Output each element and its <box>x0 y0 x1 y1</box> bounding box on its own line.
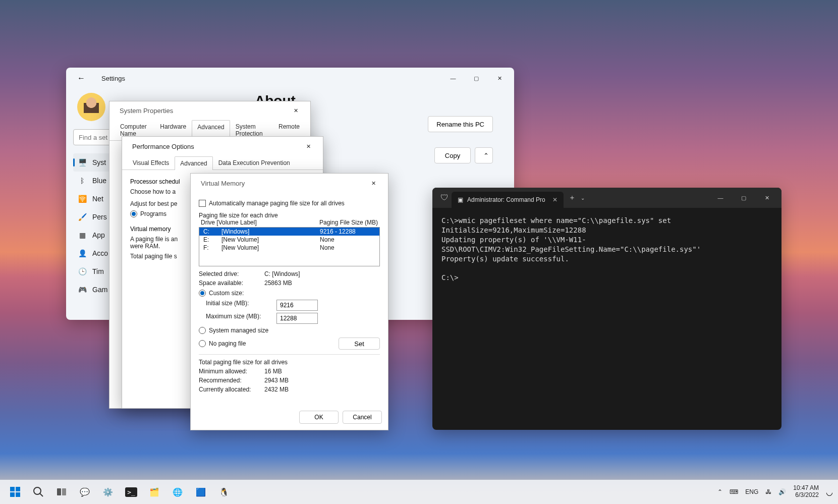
shield-icon: 🛡 <box>440 193 449 202</box>
minimize-button[interactable]: — <box>709 190 732 206</box>
tab-dropdown-icon[interactable]: ⌄ <box>581 195 585 201</box>
system-managed-label: System managed size <box>209 327 268 334</box>
svg-rect-7 <box>62 488 66 495</box>
nav-icon: 👤 <box>78 249 86 257</box>
tab-close-icon[interactable]: ✕ <box>552 196 557 203</box>
drive-row[interactable]: E:[New Volume]None <box>199 236 379 244</box>
explorer-icon[interactable]: 🗂️ <box>144 482 164 502</box>
edge-icon[interactable]: 🌐 <box>167 482 188 502</box>
rec-label: Recommended: <box>199 377 264 384</box>
custom-size-label: Custom size: <box>209 290 244 297</box>
tray-chevron-icon[interactable]: ⌃ <box>717 488 722 495</box>
svg-line-5 <box>40 493 43 496</box>
space-value: 25863 MB <box>264 279 292 287</box>
terminal-output[interactable]: C:\>wmic pagefileset where name="C:\\pag… <box>432 208 781 291</box>
drive-row[interactable]: F:[New Volume]None <box>199 244 379 252</box>
svg-point-4 <box>34 487 41 494</box>
minimize-button[interactable]: — <box>441 70 465 86</box>
app-icon[interactable]: 🟦 <box>191 482 211 502</box>
sysprops-title: System Properties <box>113 107 284 115</box>
chat-icon[interactable]: 💬 <box>75 482 95 502</box>
task-view-button[interactable] <box>51 482 72 502</box>
cur-label: Currently allocated: <box>199 386 264 393</box>
tab[interactable]: Data Execution Prevention <box>213 156 296 170</box>
selected-drive-label: Selected drive: <box>199 270 264 277</box>
close-button[interactable]: ✕ <box>297 138 320 154</box>
col-drive: Drive [Volume Label] <box>201 219 257 226</box>
drives-list[interactable]: C:[Windows]9216 - 12288E:[New Volume]Non… <box>199 227 380 266</box>
no-paging-radio[interactable] <box>199 340 206 347</box>
terminal-tab[interactable]: ▣ Administrator: Command Pro ✕ <box>452 192 564 208</box>
ok-button[interactable]: OK <box>299 411 339 424</box>
checkbox-icon <box>199 200 206 207</box>
max-size-input[interactable] <box>276 313 318 324</box>
svg-rect-1 <box>16 487 20 491</box>
close-button[interactable]: ✕ <box>362 175 385 191</box>
programs-radio[interactable] <box>130 210 137 217</box>
programs-label: Programs <box>140 210 166 217</box>
nav-label: App <box>92 231 105 239</box>
search-button[interactable] <box>28 482 48 502</box>
paging-section-label: Paging file size for each drive <box>199 212 380 219</box>
network-icon[interactable]: 🖧 <box>765 488 771 495</box>
maximize-button[interactable]: ▢ <box>465 70 488 86</box>
clock-date: 6/3/2022 <box>793 492 819 499</box>
set-button[interactable]: Set <box>339 338 380 350</box>
maximize-button[interactable]: ▢ <box>732 190 755 206</box>
system-tray: ⌃ ⌨ ENG 🖧 🔊 10:47 AM 6/3/2022 ◡ <box>717 485 833 499</box>
new-tab-button[interactable]: ＋ <box>569 193 576 202</box>
svg-rect-2 <box>10 492 15 497</box>
drive-row[interactable]: C:[Windows]9216 - 12288 <box>199 228 379 236</box>
close-button[interactable]: ✕ <box>284 102 307 119</box>
nav-icon: ᛒ <box>78 177 86 185</box>
nav-label: Syst <box>92 158 106 166</box>
volume-icon[interactable]: 🔊 <box>778 488 786 495</box>
svg-rect-3 <box>16 492 20 497</box>
nav-label: Gam <box>92 286 107 294</box>
app-icon-2[interactable]: 🐧 <box>214 482 234 502</box>
tab[interactable]: Visual Effects <box>127 156 175 170</box>
no-paging-label: No paging file <box>209 340 246 347</box>
cancel-button[interactable]: Cancel <box>343 411 382 424</box>
selected-drive-value: C: [Windows] <box>264 270 300 277</box>
system-managed-radio[interactable] <box>199 327 206 334</box>
perfopts-title: Performance Options <box>125 143 297 150</box>
settings-icon[interactable]: ⚙️ <box>98 482 118 502</box>
copy-button[interactable]: Copy <box>434 147 471 163</box>
custom-size-radio[interactable] <box>199 290 206 297</box>
max-size-label: Maximum size (MB): <box>206 313 271 324</box>
nav-icon: 🖌️ <box>78 213 86 221</box>
back-icon[interactable]: ← <box>77 74 85 83</box>
rec-value: 2943 MB <box>264 377 289 384</box>
keyboard-icon[interactable]: ⌨ <box>730 488 738 495</box>
taskbar: 💬 ⚙️ >_ 🗂️ 🌐 🟦 🐧 ⌃ ⌨ ENG 🖧 🔊 10:47 AM 6/… <box>0 480 838 504</box>
min-label: Minimum allowed: <box>199 368 264 375</box>
avatar[interactable] <box>77 93 105 121</box>
initial-size-input[interactable] <box>276 300 318 311</box>
language-indicator[interactable]: ENG <box>745 488 758 495</box>
nav-icon: 🕒 <box>78 267 86 275</box>
nav-label: Acco <box>92 249 108 257</box>
min-value: 16 MB <box>264 368 282 375</box>
close-button[interactable]: ✕ <box>488 70 511 86</box>
expand-button[interactable]: ⌃ <box>475 147 493 163</box>
close-button[interactable]: ✕ <box>755 190 778 206</box>
initial-size-label: Initial size (MB): <box>206 300 271 311</box>
clock[interactable]: 10:47 AM 6/3/2022 <box>793 485 819 499</box>
nav-icon: 🎮 <box>78 286 86 294</box>
nav-label: Net <box>92 195 103 203</box>
nav-icon: ▦ <box>78 231 86 239</box>
notifications-icon[interactable]: ◡ <box>826 487 833 497</box>
nav-label: Blue <box>92 177 106 185</box>
vmem-title: Virtual Memory <box>194 180 362 187</box>
auto-manage-checkbox[interactable]: Automatically manage paging file size fo… <box>199 200 380 207</box>
nav-label: Pers <box>92 213 107 221</box>
start-button[interactable] <box>5 482 25 502</box>
terminal-icon[interactable]: >_ <box>121 482 141 502</box>
col-pfs: Paging File Size (MB) <box>319 219 378 226</box>
tab[interactable]: Advanced <box>175 156 212 170</box>
virtual-memory-dialog: Virtual Memory ✕ Automatically manage pa… <box>190 173 388 430</box>
totals-heading: Total paging file size for all drives <box>199 359 380 366</box>
settings-titlebar: ← Settings — ▢ ✕ <box>66 68 514 89</box>
rename-pc-button[interactable]: Rename this PC <box>428 116 493 132</box>
